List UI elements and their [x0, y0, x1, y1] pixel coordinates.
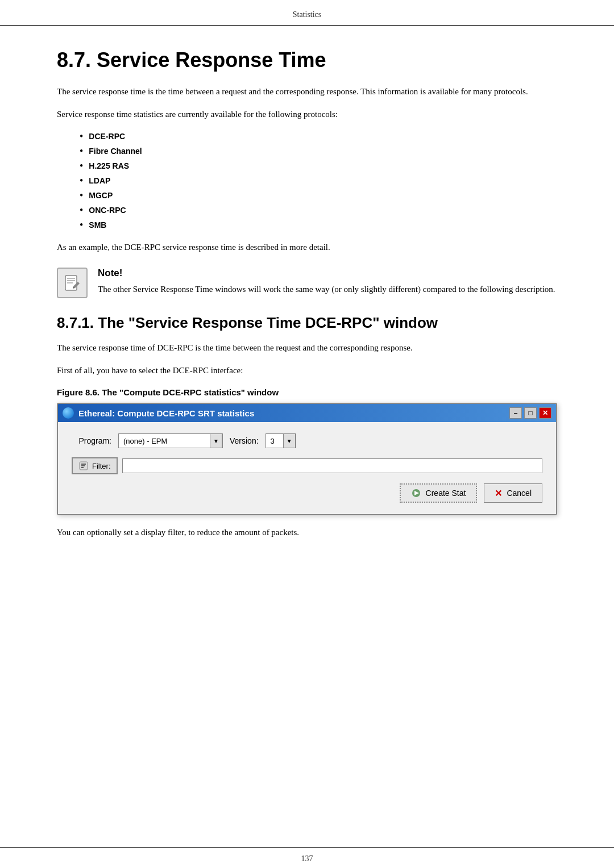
- svg-rect-1: [67, 278, 75, 279]
- program-select[interactable]: (none) - EPM ▼: [118, 433, 223, 448]
- note-icon: [57, 268, 88, 298]
- list-item: •Fibre Channel: [80, 146, 557, 156]
- page-footer: 137: [0, 847, 614, 868]
- dialog-window: Ethereal: Compute DCE-RPC SRT statistics…: [57, 403, 557, 515]
- version-label: Version:: [230, 436, 259, 445]
- svg-rect-2: [67, 280, 75, 281]
- note-text: The other Service Response Time windows …: [98, 282, 555, 296]
- figure-caption: Figure 8.6. The "Compute DCE-RPC statist…: [57, 387, 557, 397]
- cancel-button[interactable]: ✕ Cancel: [484, 483, 542, 503]
- note-box: Note! The other Service Response Time wi…: [57, 268, 557, 298]
- program-dropdown-arrow[interactable]: ▼: [210, 433, 222, 448]
- page-content: 8.7. Service Response Time The service r…: [0, 26, 614, 582]
- page-header: Statistics: [0, 0, 614, 26]
- dialog-footer: Create Stat ✕ Cancel: [72, 483, 542, 503]
- list-item: •SMB: [80, 220, 557, 230]
- list-item: •MGCP: [80, 190, 557, 201]
- subsection-title: 8.7.1. The "Service Response Time DCE-RP…: [57, 314, 557, 332]
- version-select[interactable]: 3 ▼: [265, 433, 296, 448]
- create-stat-label: Create Stat: [426, 489, 466, 498]
- subsection-intro-2: First of all, you have to select the DCE…: [57, 364, 557, 377]
- subsection-intro-1: The service response time of DCE-RPC is …: [57, 341, 557, 354]
- note-content: Note! The other Service Response Time wi…: [98, 268, 555, 296]
- filter-icon: [78, 461, 89, 471]
- protocol-list: •DCE-RPC •Fibre Channel •H.225 RAS •LDAP…: [80, 131, 557, 230]
- dialog-window-controls: – □ ✕: [509, 407, 551, 419]
- program-label: Program:: [72, 436, 111, 445]
- dialog-title: Ethereal: Compute DCE-RPC SRT statistics: [78, 408, 254, 418]
- maximize-button[interactable]: □: [524, 407, 537, 419]
- create-stat-button[interactable]: Create Stat: [400, 483, 478, 503]
- cancel-label: Cancel: [507, 489, 532, 498]
- list-item: •LDAP: [80, 176, 557, 186]
- header-title: Statistics: [293, 10, 322, 19]
- create-stat-icon: [411, 488, 421, 498]
- program-value: (none) - EPM: [119, 437, 210, 445]
- example-text: As an example, the DCE-RPC service respo…: [57, 240, 557, 254]
- filter-button[interactable]: Filter:: [72, 457, 118, 474]
- dialog-titlebar: Ethereal: Compute DCE-RPC SRT statistics…: [58, 404, 556, 422]
- note-title: Note!: [98, 268, 555, 279]
- close-button[interactable]: ✕: [539, 407, 551, 419]
- list-item: •H.225 RAS: [80, 161, 557, 171]
- dialog-app-icon: [63, 407, 74, 419]
- intro-paragraph-1: The service response time is the time be…: [57, 85, 557, 98]
- cancel-icon: ✕: [495, 488, 502, 499]
- section-title: 8.7. Service Response Time: [57, 48, 557, 72]
- page-number: 137: [301, 854, 313, 863]
- version-dropdown-arrow[interactable]: ▼: [283, 433, 296, 448]
- list-item: •DCE-RPC: [80, 131, 557, 141]
- program-row: Program: (none) - EPM ▼ Version: 3 ▼: [72, 433, 542, 448]
- list-item: •ONC-RPC: [80, 205, 557, 215]
- dialog-body: Program: (none) - EPM ▼ Version: 3 ▼: [58, 422, 556, 514]
- intro-paragraph-2: Service response time statistics are cur…: [57, 107, 557, 121]
- svg-rect-3: [67, 282, 73, 283]
- pencil-icon: [63, 274, 81, 292]
- version-value: 3: [266, 437, 283, 445]
- filter-input[interactable]: [122, 458, 543, 473]
- filter-row: Filter:: [72, 457, 542, 474]
- filter-label: Filter:: [92, 462, 111, 470]
- minimize-button[interactable]: –: [509, 407, 522, 419]
- footer-text: You can optionally set a display filter,…: [57, 525, 557, 539]
